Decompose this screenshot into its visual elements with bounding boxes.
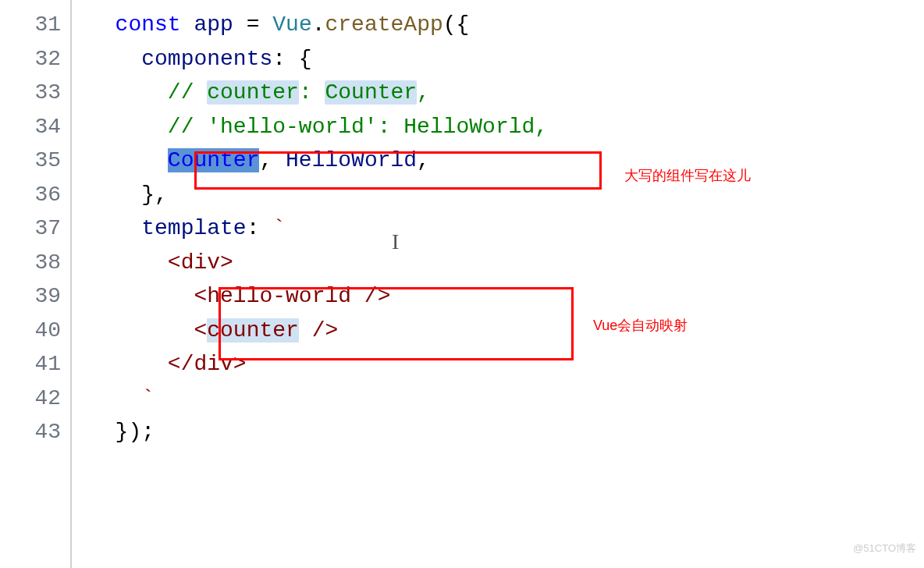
brace-close: }, (141, 183, 168, 207)
line-number: 33 (0, 76, 61, 110)
line-number: 40 (0, 314, 61, 348)
tag-div-close: </div> (168, 352, 247, 376)
prop-template: template (141, 216, 246, 240)
watermark: @51CTO博客 (853, 541, 916, 556)
code-line-38[interactable]: <div> (89, 246, 924, 280)
code-line-35[interactable]: Counter, HelloWorld, (89, 144, 924, 178)
text-cursor-icon: I (392, 225, 399, 258)
identifier-counter: Counter (168, 148, 260, 172)
code-line-34[interactable]: // 'hello-world': HelloWorld, (89, 110, 924, 144)
code-line-39[interactable]: <hello-world /> (89, 279, 924, 314)
comment-counter-key: counter (207, 80, 299, 105)
line-number: 41 (0, 347, 61, 382)
line-number: 35 (0, 144, 61, 178)
line-number-gutter: 31 32 33 34 35 36 37 38 39 40 41 42 43 (0, 0, 70, 568)
line-number: 32 (0, 42, 61, 76)
tag-div-open: <div> (168, 250, 233, 275)
line-number: 37 (0, 211, 61, 246)
colon: : { (272, 47, 311, 71)
gutter-divider (70, 0, 72, 568)
code-line-42[interactable]: ` (89, 382, 924, 416)
annotation-2: Vue会自动映射 (593, 315, 688, 337)
code-line-37[interactable]: template: ` (89, 211, 924, 246)
tag-open: < (194, 318, 207, 343)
line-number: 38 (0, 246, 61, 280)
keyword-const: const (116, 12, 181, 37)
code-line-43[interactable]: }); (89, 415, 924, 449)
brace-close: }); (116, 420, 155, 444)
line-number: 31 (0, 8, 61, 42)
comment-colon: : (299, 80, 325, 105)
code-area[interactable]: const app = Vue.createApp({ components: … (89, 0, 924, 568)
comment-helloworld: // 'hello-world': HelloWorld, (168, 115, 548, 139)
identifier-vue: Vue (272, 12, 311, 37)
comma: , (259, 148, 286, 172)
identifier-app: app (194, 12, 233, 37)
comment-slash: // (168, 80, 207, 105)
code-line-32[interactable]: components: { (89, 42, 924, 76)
tag-close: /> (299, 318, 338, 343)
line-number: 42 (0, 382, 61, 416)
code-line-41[interactable]: </div> (89, 347, 924, 382)
comment-comma: , (417, 80, 430, 105)
fn-createapp: createApp (325, 12, 443, 37)
comment-counter-val: Counter (325, 80, 417, 105)
code-line-40[interactable]: <counter /> (89, 314, 924, 348)
code-line-31[interactable]: const app = Vue.createApp({ (89, 8, 924, 42)
backtick: ` (272, 216, 286, 240)
line-number: 39 (0, 279, 61, 314)
annotation-1: 大写的组件写在这儿 (624, 165, 751, 187)
backtick: ` (141, 386, 155, 410)
code-editor: 31 32 33 34 35 36 37 38 39 40 41 42 43 c… (0, 0, 924, 568)
identifier-helloworld: HelloWorld (286, 148, 417, 172)
comma: , (417, 148, 430, 172)
code-line-33[interactable]: // counter: Counter, (89, 76, 924, 110)
prop-components: components (141, 47, 272, 71)
paren: ({ (443, 12, 470, 37)
line-number: 36 (0, 178, 61, 212)
dot: . (312, 12, 325, 37)
tag-hello-world: <hello-world /> (194, 284, 390, 308)
code-line-36[interactable]: }, (89, 178, 924, 212)
line-number: 34 (0, 110, 61, 144)
line-number: 43 (0, 415, 61, 449)
operator: = (233, 12, 272, 37)
tag-counter: counter (207, 318, 299, 343)
colon: : (247, 216, 273, 240)
